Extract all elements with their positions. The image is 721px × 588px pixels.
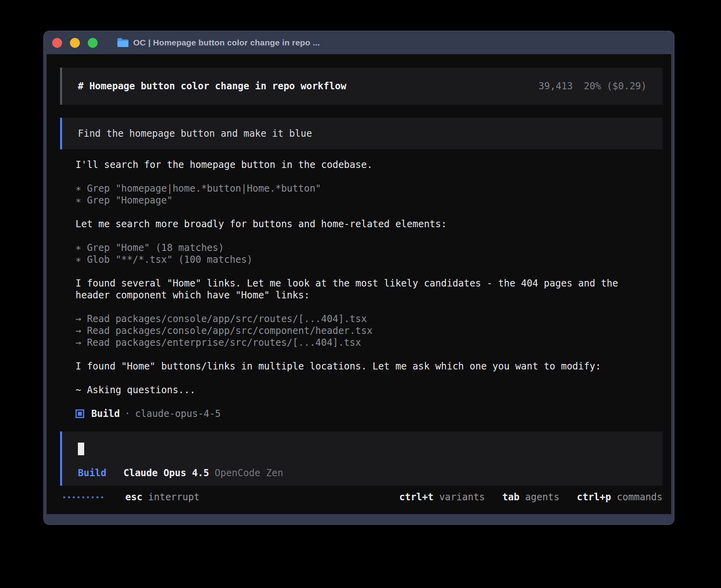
assistant-messages: I'll search for the homepage button in t…	[75, 159, 642, 420]
assistant-paragraph: I'll search for the homepage button in t…	[75, 159, 642, 171]
terminal-content: # Homepage button color change in repo w…	[47, 54, 671, 514]
context-usage: 20% ($0.29)	[584, 80, 647, 92]
folder-icon	[117, 38, 129, 48]
close-button[interactable]	[52, 38, 62, 48]
assistant-status-line: ~ Asking questions...	[75, 384, 642, 396]
tool-call-read: → Read packages/enterprise/src/routes/[.…	[75, 337, 642, 349]
shortcut-label: commands	[617, 492, 662, 503]
status-bar: esc interrupt ctrl+t variants tab agents…	[60, 491, 662, 503]
user-message-text: Find the homepage button and make it blu…	[78, 128, 312, 139]
shortcut-label: agents	[525, 492, 560, 503]
status-left: esc interrupt	[60, 491, 200, 503]
shortcut-key: ctrl+p	[577, 492, 611, 503]
title-bar[interactable]: OC | Homepage button color change in rep…	[44, 31, 674, 54]
tool-call-group: → Read packages/console/app/src/routes/[…	[75, 313, 642, 349]
agent-square-icon	[75, 409, 84, 418]
status-right: ctrl+t variants tab agents ctrl+p comman…	[399, 491, 662, 503]
model-id: claude-opus-4-5	[135, 408, 221, 420]
shortcut-key: ctrl+t	[399, 492, 434, 503]
tool-call-grep: ∗ Grep "homepage|home.*button|Home.*butt…	[75, 183, 642, 194]
separator-dot: ·	[125, 408, 130, 420]
assistant-paragraph: I found "Home" buttons/links in multiple…	[75, 360, 642, 372]
shortcut-label: variants	[439, 492, 485, 503]
user-message: Find the homepage button and make it blu…	[60, 118, 662, 149]
zoom-button[interactable]	[88, 38, 98, 48]
assistant-paragraph: I found several "Home" links. Let me loo…	[75, 277, 642, 301]
shortcut-variants[interactable]: ctrl+t variants	[399, 491, 485, 503]
minimize-button[interactable]	[70, 38, 80, 48]
shortcut-key: esc	[125, 492, 142, 503]
session-stats: 39,413 20% ($0.29)	[538, 80, 647, 92]
tool-call-grep: ∗ Grep "Home" (18 matches)	[75, 242, 642, 254]
tool-call-read: → Read packages/console/app/src/componen…	[75, 325, 642, 337]
text-cursor[interactable]	[78, 443, 84, 455]
tool-call-glob: ∗ Glob "**/*.tsx" (100 matches)	[75, 254, 642, 266]
input-agent-label[interactable]: Build	[78, 467, 106, 479]
tool-call-read: → Read packages/console/app/src/routes/[…	[75, 313, 642, 325]
spinner-dots-icon	[63, 496, 103, 498]
token-count: 39,413	[538, 80, 573, 92]
agent-name: Build	[91, 408, 120, 420]
session-title: # Homepage button color change in repo w…	[78, 80, 346, 92]
session-header: # Homepage button color change in repo w…	[60, 68, 662, 105]
shortcut-commands[interactable]: ctrl+p commands	[577, 491, 662, 503]
input-model-label[interactable]: Claude Opus 4.5	[123, 467, 209, 479]
window-title-group: OC | Homepage button color change in rep…	[117, 38, 320, 48]
tool-call-group: ∗ Grep "Home" (18 matches) ∗ Glob "**/*.…	[75, 242, 642, 266]
assistant-paragraph: Let me search more broadly for buttons a…	[75, 218, 642, 230]
tool-call-group: ∗ Grep "homepage|home.*button|Home.*butt…	[75, 183, 642, 206]
model-row: Build Claude Opus 4.5 OpenCode Zen	[78, 467, 647, 479]
agent-step-line: Build · claude-opus-4-5	[75, 408, 642, 420]
prompt-input[interactable]: Build Claude Opus 4.5 OpenCode Zen	[60, 432, 662, 486]
shortcut-key: tab	[502, 492, 519, 503]
window-title: OC | Homepage button color change in rep…	[133, 38, 320, 47]
shortcut-label: interrupt	[148, 492, 200, 503]
input-provider-label: OpenCode Zen	[215, 467, 283, 479]
shortcut-agents[interactable]: tab agents	[502, 491, 560, 503]
shortcut-interrupt[interactable]: esc interrupt	[125, 491, 200, 503]
traffic-lights	[52, 38, 98, 48]
tool-call-grep: ∗ Grep "Homepage"	[75, 194, 642, 206]
terminal-window: OC | Homepage button color change in rep…	[43, 31, 674, 525]
